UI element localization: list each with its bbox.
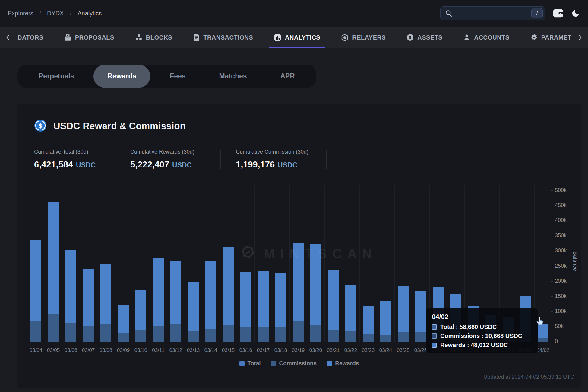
nav-item-label: ACCOUNTS	[474, 34, 509, 41]
nav-item-validators[interactable]: VALIDATORS	[17, 27, 48, 48]
legend-label: Total	[248, 360, 261, 367]
y-axis-tick	[551, 281, 553, 282]
search-input[interactable]	[456, 10, 528, 17]
watermark-text: MINTSCAN	[264, 246, 377, 261]
bar-segment-rewards	[48, 202, 59, 314]
bar-03-04[interactable]	[30, 240, 41, 342]
bar-03-12[interactable]	[170, 261, 181, 342]
y-axis-tick	[551, 236, 553, 236]
legend-item-commissions[interactable]: Commissions	[271, 360, 317, 367]
bar-03-14[interactable]	[205, 261, 216, 342]
bar-03-18[interactable]	[275, 273, 286, 342]
nav-item-label: TRANSACTIONS	[203, 34, 253, 41]
bar-03-11[interactable]	[153, 258, 164, 342]
nav-item-label: ASSETS	[417, 34, 442, 41]
y-axis-tick	[551, 266, 553, 266]
gridline	[62, 185, 62, 342]
bar-segment-commissions	[380, 335, 391, 342]
nav-item-transactions[interactable]: TRANSACTIONS	[188, 27, 258, 48]
nav-item-proposals[interactable]: PROPOSALS	[59, 27, 119, 48]
nav-item-relayers[interactable]: RELAYERS	[336, 27, 390, 48]
bar-03-24[interactable]	[380, 301, 391, 342]
breadcrumb-item-analytics[interactable]: Analytics	[77, 10, 102, 17]
y-axis-tick	[551, 342, 553, 342]
bar-segment-commissions	[328, 330, 339, 342]
bar-03-13[interactable]	[188, 282, 199, 342]
y-axis-tick	[551, 311, 553, 312]
nav-item-analytics[interactable]: ANALYTICS	[269, 27, 325, 48]
bar-03-05[interactable]	[48, 202, 59, 342]
bar-segment-commissions	[48, 314, 59, 342]
bar-03-21[interactable]	[328, 270, 339, 342]
chevron-left-icon[interactable]	[5, 27, 11, 48]
bar-segment-rewards	[398, 286, 409, 332]
bar-chart: MINTSCAN 04/02 Total : 58,680 USDCCommis…	[17, 104, 581, 388]
analytics-icon	[273, 33, 282, 42]
bar-03-08[interactable]	[100, 264, 111, 342]
tooltip-row-total: Total : 58,680 USDC	[432, 323, 532, 330]
nav-item-assets[interactable]: $ASSETS	[401, 27, 447, 48]
gridline	[185, 185, 185, 342]
nav-item-accounts[interactable]: ACCOUNTS	[458, 27, 514, 48]
tooltip-row-text: Rewards : 48,012 USDC	[440, 342, 508, 349]
bar-segment-rewards	[258, 271, 269, 327]
legend-swatch	[239, 361, 245, 366]
gridline	[115, 185, 115, 342]
bar-segment-rewards	[328, 270, 339, 330]
bar-03-10[interactable]	[135, 290, 146, 342]
search-bar[interactable]: /	[440, 6, 545, 20]
transactions-icon	[193, 33, 200, 41]
gridline	[150, 185, 150, 342]
legend-item-total[interactable]: Total	[239, 360, 261, 367]
bar-03-09[interactable]	[118, 305, 129, 342]
mintscan-logo-icon	[239, 245, 256, 263]
bar-segment-rewards	[188, 282, 199, 331]
y-axis-label: 300k	[555, 247, 567, 254]
chevron-right-icon[interactable]	[577, 27, 583, 48]
subtab-rewards[interactable]: Rewards	[93, 65, 150, 88]
wallet-icon[interactable]	[552, 8, 564, 18]
bar-03-17[interactable]	[258, 271, 269, 342]
svg-text:$: $	[409, 35, 412, 40]
page: Explorers/DYDX/Analytics / VALIDATORSPRO…	[0, 0, 588, 392]
tooltip-row-text: Total : 58,680 USDC	[440, 323, 497, 330]
subtab-matches[interactable]: Matches	[205, 65, 261, 88]
y-axis-label: 100k	[555, 308, 567, 314]
bar-03-22[interactable]	[345, 285, 356, 342]
gridline	[412, 185, 412, 342]
parameters-icon	[530, 33, 538, 41]
bar-03-16[interactable]	[240, 272, 251, 342]
subtab-fees[interactable]: Fees	[156, 65, 199, 88]
nav-item-blocks[interactable]: BLOCKS	[130, 27, 177, 48]
gridline	[289, 185, 290, 342]
nav-item-parameters[interactable]: PARAMETERS	[525, 27, 572, 48]
breadcrumb-item-explorers[interactable]: Explorers	[8, 10, 33, 17]
y-axis-label: 500k	[555, 187, 567, 193]
analytics-subtabs: PerpetualsRewardsFeesMatchesAPR	[17, 65, 316, 88]
bar-03-07[interactable]	[83, 269, 94, 342]
bar-03-23[interactable]	[363, 306, 374, 342]
bar-segment-commissions	[538, 338, 548, 342]
tooltip-series-swatch	[432, 333, 437, 339]
bar-03-06[interactable]	[65, 250, 76, 342]
bar-segment-rewards	[345, 285, 356, 331]
usdc-reward-commission-card: $ USDC Reward & Commission Cumulative To…	[17, 104, 581, 388]
y-axis-label: 400k	[555, 217, 567, 224]
subtab-apr[interactable]: APR	[266, 65, 309, 88]
gridline	[324, 185, 325, 342]
bar-segment-commissions	[310, 325, 321, 342]
dark-mode-moon-icon[interactable]	[571, 9, 580, 18]
legend-label: Commissions	[279, 360, 317, 367]
legend-item-rewards[interactable]: Rewards	[327, 360, 359, 367]
top-header: Explorers/DYDX/Analytics /	[0, 0, 588, 27]
breadcrumb-item-dydx[interactable]: DYDX	[47, 10, 64, 17]
bar-03-25[interactable]	[398, 286, 409, 342]
bar-segment-rewards	[30, 240, 41, 321]
breadcrumb-separator: /	[39, 10, 41, 17]
tooltip-rows: Total : 58,680 USDCCommissions : 10,668 …	[432, 323, 532, 349]
bar-03-26[interactable]	[415, 291, 426, 342]
bar-03-15[interactable]	[223, 247, 234, 342]
bar-segment-rewards	[415, 291, 426, 332]
search-shortcut-badge: /	[531, 8, 543, 18]
subtab-perpetuals[interactable]: Perpetuals	[25, 65, 88, 88]
